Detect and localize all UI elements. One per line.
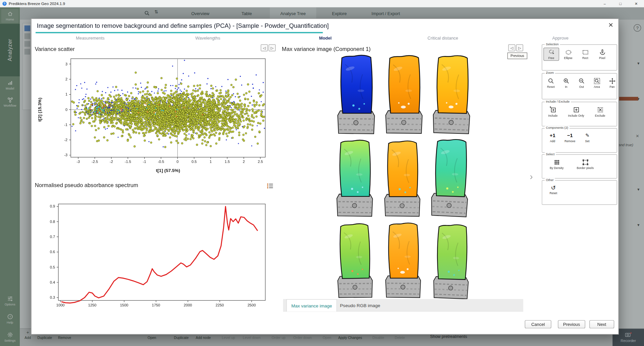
border-pixels-icon [582, 159, 589, 166]
selection-legend: Selection [545, 42, 560, 46]
svg-text:0.3: 0.3 [50, 295, 55, 299]
components-legend: Components (2) [545, 126, 570, 130]
svg-text:-2.5: -2.5 [92, 160, 98, 164]
zoom-out-icon [578, 77, 585, 84]
cancel-button[interactable]: Cancel [525, 320, 551, 328]
svg-text:-2: -2 [64, 138, 67, 142]
free-select-button[interactable]: Free [543, 48, 559, 61]
pan-button[interactable]: Pan [605, 76, 620, 90]
svg-text:0.4: 0.4 [50, 280, 55, 284]
sample-image[interactable] [381, 53, 427, 135]
tab-max-variance-image[interactable]: Max variance image [286, 299, 337, 311]
minimize-icon[interactable]: – [597, 0, 612, 7]
step-measurements[interactable]: Measurements [32, 35, 149, 40]
maximize-icon[interactable]: □ [612, 0, 628, 7]
svg-text:2500: 2500 [248, 303, 256, 307]
svg-text:-1: -1 [143, 160, 146, 164]
next-button[interactable]: Next [589, 320, 614, 328]
spectrum-plot[interactable]: 10001250150017502000225025000.30.40.50.6… [36, 199, 278, 316]
zoom-in-icon [563, 77, 570, 84]
set-components-button[interactable]: ✎ Set [580, 131, 594, 144]
select-group: Select By Density Border pixels [542, 154, 617, 178]
close-icon[interactable]: ✕ [628, 0, 644, 7]
variance-image-title: Max variance image (Component 1) [282, 46, 371, 52]
zoom-in-button[interactable]: In [559, 76, 574, 90]
component-prev-button[interactable]: ◁ [508, 44, 515, 51]
zoom-out-button[interactable]: Out [574, 76, 589, 90]
svg-text:0.9: 0.9 [50, 204, 55, 208]
app-window: b Prediktera Breeze Geo 2024.1.9 – □ ✕ H… [0, 0, 644, 346]
window-controls: – □ ✕ [597, 0, 644, 7]
arrow-right-icon: ▷ [518, 46, 521, 50]
include-exclude-legend: Include / Exclude [545, 100, 571, 103]
zoom-area-button[interactable]: Area [589, 76, 604, 90]
sample-image[interactable] [331, 138, 378, 217]
pixel-select-button[interactable]: Pixel [594, 48, 610, 61]
step-model[interactable]: Model [267, 35, 384, 40]
sample-image[interactable] [332, 221, 378, 299]
include-only-button[interactable]: Include Only [564, 105, 588, 118]
svg-text:1: 1 [210, 160, 212, 164]
tab-pseudo-rgb-image[interactable]: Pseudo RGB image [337, 299, 383, 311]
sample-image[interactable] [428, 52, 476, 136]
selection-group: Selection Free Ellipse Rect Pixel [542, 44, 617, 70]
scatter-prev-button[interactable]: ◁ [261, 44, 268, 51]
include-icon [549, 106, 556, 113]
arrow-left-icon: ◁ [510, 46, 513, 50]
remove-component-button[interactable]: −1 Remove [561, 131, 579, 144]
pan-icon [608, 77, 615, 84]
zoom-area-icon [593, 77, 600, 84]
sample-image[interactable] [380, 221, 426, 299]
svg-text:1250: 1250 [88, 303, 97, 307]
svg-text:1000: 1000 [56, 303, 65, 307]
exclude-button[interactable]: Exclude [590, 105, 610, 118]
free-select-icon [548, 49, 555, 56]
previous-button[interactable]: Previous [558, 320, 585, 328]
reset-button[interactable]: ↺ Reset [545, 183, 561, 196]
ellipse-select-button[interactable]: Ellipse [560, 48, 576, 61]
scatter-next-button[interactable]: ▷ [269, 44, 276, 51]
zoom-group: Zoom Reset In Out Area [542, 73, 617, 99]
dialog-close-icon[interactable]: ✕ [608, 21, 613, 29]
svg-text:0.8: 0.8 [50, 220, 55, 224]
svg-text:1750: 1750 [152, 303, 160, 307]
sample-image-grid[interactable] [330, 52, 475, 301]
svg-text:-2: -2 [110, 160, 113, 164]
rect-select-button[interactable]: Rect [577, 48, 593, 61]
svg-text:-3: -3 [64, 153, 67, 157]
step-critical-distance[interactable]: Critical distance [384, 35, 501, 40]
svg-text:-1: -1 [64, 123, 67, 127]
by-density-button[interactable]: By Density [545, 158, 569, 171]
zoom-reset-button[interactable]: Reset [543, 76, 558, 90]
step-approve[interactable]: Approve [502, 35, 619, 40]
window-title: Prediktera Breeze Geo 2024.1.9 [9, 1, 65, 6]
app-logo-icon: b [2, 1, 6, 5]
svg-text:1500: 1500 [120, 303, 128, 307]
include-button[interactable]: Include [543, 105, 562, 118]
pixel-select-icon [599, 49, 606, 56]
add-component-button[interactable]: +1 Add [545, 131, 559, 144]
sample-image[interactable] [333, 53, 379, 135]
zoom-legend: Zoom [545, 71, 555, 75]
sample-image[interactable] [380, 139, 425, 218]
arrow-right-icon: ▷ [271, 46, 274, 50]
include-only-icon [573, 106, 580, 113]
arrow-left-icon: ◁ [263, 46, 266, 50]
border-pixels-button[interactable]: Border pixels [571, 158, 599, 171]
pencil-icon: ✎ [585, 132, 589, 138]
zoom-reset-icon [547, 77, 554, 84]
dialog-title: Image segmentation to remove background … [32, 19, 619, 32]
svg-text:2.5: 2.5 [258, 160, 263, 164]
step-wavelengths[interactable]: Wavelengths [149, 35, 266, 40]
panel-expander-chevron[interactable]: › [530, 172, 533, 182]
legend-list-icon[interactable] [267, 183, 274, 189]
variance-scatter-plot[interactable]: -3-2.5-2-1.5-1-0.500.511.522.5-3-2-10123… [36, 57, 278, 180]
segmentation-dialog: Image segmentation to remove background … [31, 18, 619, 335]
os-titlebar: b Prediktera Breeze Geo 2024.1.9 – □ ✕ [0, 0, 644, 7]
svg-text:2: 2 [243, 160, 245, 164]
svg-text:0.5: 0.5 [192, 160, 197, 164]
component-next-button[interactable]: ▷ [516, 44, 523, 51]
sample-image[interactable] [428, 222, 475, 300]
sample-image[interactable] [426, 136, 475, 219]
previous-tooltip: Previous [507, 53, 527, 59]
